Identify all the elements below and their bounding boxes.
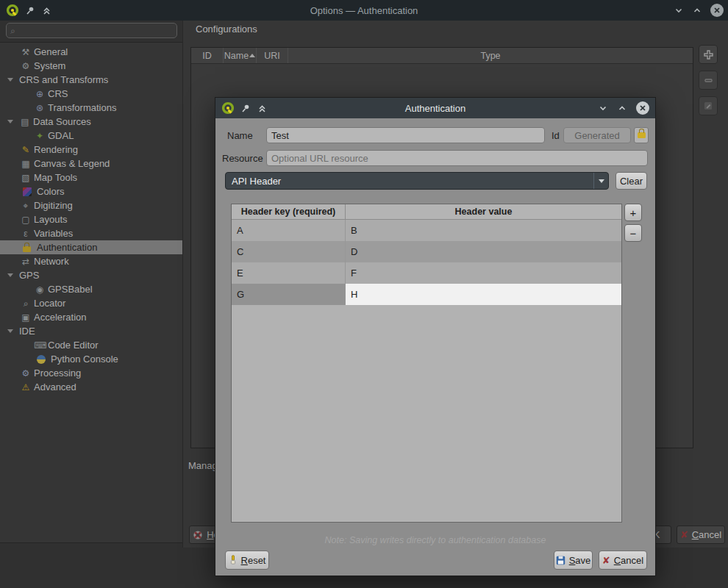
id-generated-field: Generated: [563, 127, 631, 143]
pin-icon[interactable]: [26, 6, 35, 15]
resource-input[interactable]: [266, 150, 648, 166]
table-row-selected[interactable]: G H: [232, 284, 621, 305]
auth-method-select[interactable]: API Header: [225, 172, 609, 190]
column-label: Header value: [455, 207, 513, 217]
table-row[interactable]: C D: [232, 241, 621, 262]
column-header-key: Header key (required): [232, 204, 346, 219]
header-value-cell[interactable]: D: [346, 241, 621, 262]
chevron-down-icon: [593, 173, 608, 189]
pin-icon[interactable]: [241, 104, 251, 113]
button-label: Save: [569, 555, 591, 566]
authentication-dialog-titlebar[interactable]: Authentication: [215, 98, 655, 118]
header-value-cell-editing[interactable]: H: [346, 284, 621, 305]
reset-button[interactable]: Reset: [225, 551, 269, 570]
close-icon[interactable]: [636, 101, 649, 115]
header-key-cell[interactable]: E: [232, 262, 346, 284]
header-value-cell[interactable]: F: [346, 262, 621, 284]
qgis-logo-icon: [221, 101, 235, 115]
shade-up-icon[interactable]: [42, 6, 51, 15]
button-label: Reset: [241, 555, 266, 566]
id-lock-button[interactable]: [634, 127, 649, 143]
resource-label: Resource: [222, 153, 263, 164]
lock-icon: [638, 132, 646, 138]
table-row[interactable]: E F: [232, 262, 621, 284]
auth-method-selected-value: API Header: [232, 176, 281, 187]
brush-icon: [229, 555, 238, 565]
remove-header-button[interactable]: −: [624, 224, 642, 242]
headers-table[interactable]: Header key (required) Header value A B C…: [231, 204, 622, 523]
save-floppy-icon: [556, 556, 565, 565]
window-title: Options — Authentication: [0, 5, 728, 16]
cancel-x-icon: ✘: [602, 555, 610, 566]
name-label: Name: [227, 130, 253, 141]
column-label: Header key (required): [241, 207, 336, 217]
save-note-text: Note: Saving writes directly to authenti…: [215, 535, 655, 545]
options-titlebar[interactable]: Options — Authentication: [0, 0, 728, 21]
headers-table-header: Header key (required) Header value: [232, 204, 621, 220]
button-label: Cancel: [614, 555, 643, 566]
id-label: Id: [552, 130, 560, 141]
minimize-icon[interactable]: [674, 5, 684, 15]
qgis-logo-icon: [6, 4, 19, 17]
plus-icon: +: [630, 207, 637, 218]
save-button[interactable]: Save: [554, 551, 593, 570]
clear-button[interactable]: Clear: [615, 172, 647, 190]
maximize-icon[interactable]: [617, 103, 627, 113]
dialog-title: Authentication: [215, 103, 655, 114]
maximize-icon[interactable]: [692, 5, 702, 15]
dialog-cancel-button[interactable]: ✘ Cancel: [599, 551, 647, 570]
table-row[interactable]: A B: [232, 220, 621, 241]
name-input[interactable]: [266, 127, 545, 143]
authentication-dialog: Authentication Name Id Generated Resourc…: [215, 97, 656, 576]
shade-up-icon[interactable]: [257, 104, 267, 113]
header-value-cell[interactable]: B: [346, 220, 621, 241]
add-header-button[interactable]: +: [624, 204, 642, 221]
column-header-value: Header value: [346, 204, 621, 219]
header-key-cell[interactable]: G: [232, 284, 346, 305]
qgis-options-window: Options — Authentication ⌕ ⚒General ⚙Sys…: [0, 0, 728, 588]
minimize-icon[interactable]: [598, 103, 608, 113]
header-key-cell[interactable]: C: [232, 241, 346, 262]
minus-icon: −: [630, 228, 637, 239]
button-label: Clear: [620, 176, 643, 187]
close-icon[interactable]: [710, 4, 724, 17]
header-key-cell[interactable]: A: [232, 220, 346, 241]
